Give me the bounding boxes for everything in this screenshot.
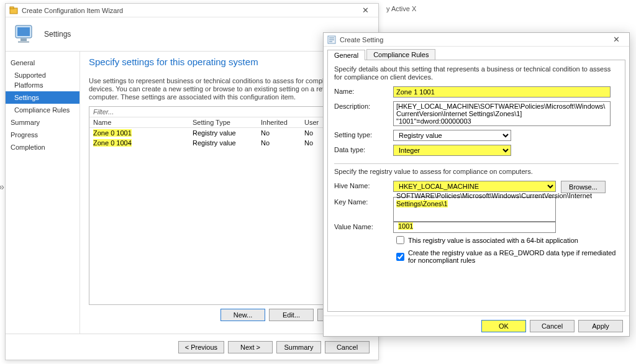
dialog-note: Specify details about this setting that … xyxy=(334,65,619,81)
svg-rect-5 xyxy=(18,41,29,43)
col-inherited[interactable]: Inherited xyxy=(261,119,304,126)
description-field[interactable]: [HKEY_LOCAL_MACHINE\SOFTWARE\Policies\Mi… xyxy=(393,101,611,126)
checkbox-64bit[interactable] xyxy=(396,236,404,244)
browse-button[interactable]: Browse... xyxy=(561,181,606,193)
tabstrip: General Compliance Rules xyxy=(324,47,629,60)
svg-rect-4 xyxy=(20,39,27,41)
svg-rect-1 xyxy=(10,7,14,9)
close-icon[interactable]: ✕ xyxy=(607,35,625,44)
svg-rect-3 xyxy=(17,27,30,36)
dialog-title: Create Setting xyxy=(340,36,607,43)
summary-button[interactable]: Summary xyxy=(276,341,321,353)
nav-settings[interactable]: Settings xyxy=(6,91,80,104)
dialog-icon xyxy=(327,35,336,44)
label-data-type: Data type: xyxy=(334,145,393,153)
apply-button[interactable]: Apply xyxy=(578,320,623,332)
nav-summary[interactable]: Summary xyxy=(6,116,80,129)
tab-panel-general: Specify details about this setting that … xyxy=(327,60,625,312)
setting-type-select[interactable]: Registry value xyxy=(393,130,511,141)
row-inherited: No xyxy=(261,129,304,137)
label-hive: Hive Name: xyxy=(334,181,393,189)
app-icon xyxy=(9,6,18,15)
row-type: Registry value xyxy=(193,129,261,137)
cancel-button[interactable]: Cancel xyxy=(325,341,370,353)
key-field[interactable]: <span></span> xyxy=(393,197,556,222)
cancel-button[interactable]: Cancel xyxy=(530,320,575,332)
checkbox-reg-dword-label: Create the registry value as a REG_DWORD… xyxy=(408,249,619,264)
checkbox-64bit-label: This registry value is associated with a… xyxy=(408,237,578,244)
background-hint: y Active X xyxy=(386,5,416,12)
ok-button[interactable]: OK xyxy=(481,320,526,332)
nav-general[interactable]: General xyxy=(6,57,80,69)
edit-button[interactable]: Edit... xyxy=(269,309,314,321)
row-name: Zone 0 1001 xyxy=(93,129,132,137)
nav-supported-platforms[interactable]: Supported Platforms xyxy=(6,69,80,91)
new-button[interactable]: New... xyxy=(220,309,265,321)
label-value: Value Name: xyxy=(334,222,393,230)
col-name[interactable]: Name xyxy=(93,119,193,126)
value-field[interactable] xyxy=(393,222,556,233)
nav-completion[interactable]: Completion xyxy=(6,141,80,153)
tab-general[interactable]: General xyxy=(327,50,365,60)
row-name: Zone 0 1004 xyxy=(93,139,132,147)
label-description: Description: xyxy=(334,101,393,110)
wizard-title: Create Configuration Item Wizard xyxy=(22,7,356,14)
label-name: Name: xyxy=(334,86,393,95)
data-type-select[interactable]: Integer xyxy=(393,145,511,156)
next-button[interactable]: Next > xyxy=(228,341,273,353)
wizard-banner: Settings xyxy=(6,17,378,52)
label-setting-type: Setting type: xyxy=(334,130,393,139)
label-key: Key Name: xyxy=(334,197,393,206)
panel-expand-handle[interactable]: » xyxy=(0,181,4,193)
nav-progress[interactable]: Progress xyxy=(6,129,80,141)
tab-compliance-rules[interactable]: Compliance Rules xyxy=(366,49,435,60)
row-type: Registry value xyxy=(193,139,261,147)
dialog-titlebar: Create Setting ✕ xyxy=(324,33,629,47)
wizard-nav: General Supported Platforms Settings Com… xyxy=(6,52,80,334)
wizard-step-name: Settings xyxy=(44,30,71,39)
dialog-footer: OK Cancel Apply xyxy=(324,316,629,336)
registry-note: Specify the registry value to assess for… xyxy=(334,168,619,176)
row-inherited: No xyxy=(261,139,304,147)
close-icon[interactable]: ✕ xyxy=(356,6,375,15)
name-field[interactable] xyxy=(393,86,611,98)
previous-button[interactable]: < Previous xyxy=(178,341,224,353)
hive-select[interactable]: HKEY_LOCAL_MACHINE xyxy=(393,181,556,192)
create-setting-dialog: Create Setting ✕ General Compliance Rule… xyxy=(323,32,630,337)
computer-icon xyxy=(12,22,37,47)
wizard-titlebar: Create Configuration Item Wizard ✕ xyxy=(6,4,378,17)
wizard-footer: < Previous Next > Summary Cancel xyxy=(6,334,378,360)
nav-compliance-rules[interactable]: Compliance Rules xyxy=(6,104,80,116)
checkbox-reg-dword[interactable] xyxy=(396,253,404,261)
col-type[interactable]: Setting Type xyxy=(193,119,261,126)
